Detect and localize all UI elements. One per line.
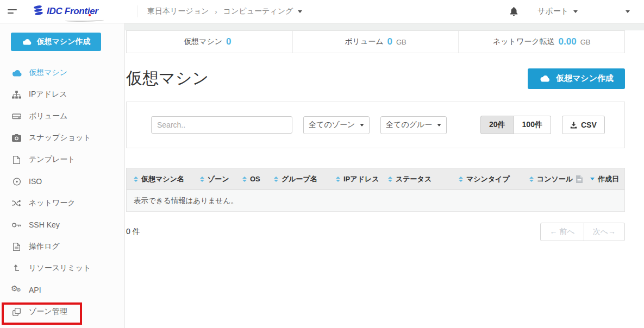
- csv-label: CSV: [581, 121, 597, 129]
- stat-virtual-machines: 仮想マシン 0: [127, 31, 292, 53]
- column-header-console[interactable]: コンソール: [529, 174, 590, 184]
- sort-icon: [242, 176, 247, 182]
- breadcrumb-section-dropdown[interactable]: コンピューティング: [223, 7, 303, 16]
- sort-icon: [200, 176, 204, 182]
- hamburger-menu-icon[interactable]: [0, 0, 24, 23]
- sort-icon: [459, 176, 463, 182]
- download-icon: [570, 122, 577, 129]
- column-label: IPアドレス: [343, 174, 379, 184]
- sidebar-item-label: ボリューム: [29, 111, 67, 121]
- next-page-button[interactable]: 次へ→: [584, 223, 625, 241]
- support-menu[interactable]: サポート: [537, 7, 578, 16]
- sidebar-item-api[interactable]: ⚙⚙ API: [0, 279, 124, 301]
- breadcrumb-section: コンピューティング: [223, 7, 293, 16]
- sidebar-item-label: スナップショット: [29, 133, 91, 143]
- prev-page-button[interactable]: ← 前へ: [540, 223, 584, 241]
- sort-icon: [336, 176, 340, 182]
- stat-label: 仮想マシン: [184, 37, 222, 47]
- sort-desc-icon: [590, 178, 595, 180]
- chevron-down-icon: [437, 124, 441, 126]
- column-header-vm-name[interactable]: 仮想マシン名: [127, 174, 200, 184]
- sidebar-item-label: ネットワーク: [29, 198, 76, 208]
- sidebar-item-ip-addresses[interactable]: IPアドレス: [0, 84, 124, 105]
- stat-unit: GB: [580, 38, 591, 46]
- chevron-down-icon: [573, 10, 578, 13]
- vm-table: 仮想マシン名 ゾーン OS グループ名 IPアドレス: [126, 168, 625, 212]
- idc-frontier-logo[interactable]: IDC Frontier: [33, 4, 118, 18]
- search-input[interactable]: [151, 116, 292, 134]
- disc-icon: [11, 178, 22, 186]
- sidebar-item-operation-log[interactable]: 操作ログ: [0, 236, 124, 257]
- column-header-status[interactable]: ステータス: [388, 174, 459, 184]
- sidebar-item-label: ゾーン管理: [29, 307, 67, 317]
- create-vm-button[interactable]: 仮想マシン作成: [528, 68, 625, 89]
- sidebar-item-zone-management[interactable]: ゾーン管理: [0, 301, 124, 323]
- logo-red-dot: [89, 14, 91, 16]
- sidebar-item-network[interactable]: ネットワーク: [0, 192, 124, 214]
- key-icon: [11, 222, 22, 228]
- column-header-group-name[interactable]: グループ名: [274, 174, 336, 184]
- sidebar-item-resource-limit[interactable]: リソースリミット: [0, 257, 124, 279]
- table-header-row: 仮想マシン名 ゾーン OS グループ名 IPアドレス: [127, 168, 624, 190]
- filter-panel: 全てのゾーン 全てのグルー 20件 100件 CSV: [126, 102, 625, 148]
- page-size-20-button[interactable]: 20件: [480, 116, 514, 134]
- sidebar-item-ssh-key[interactable]: SSH Key: [0, 214, 124, 236]
- sidebar-item-label: 仮想マシン: [29, 68, 67, 78]
- file-icon: [11, 156, 22, 164]
- sidebar-item-virtual-machines[interactable]: 仮想マシン: [0, 62, 124, 84]
- sidebar-item-iso[interactable]: ISO: [0, 171, 124, 192]
- stat-volumes: ボリューム 0 GB: [292, 31, 459, 53]
- column-header-created-date[interactable]: 作成日: [590, 174, 624, 184]
- sitemap-icon: [11, 91, 22, 99]
- sidebar-item-label: IPアドレス: [29, 90, 67, 99]
- column-label: コンソール: [537, 174, 573, 184]
- usage-stats-bar: 仮想マシン 0 ボリューム 0 GB ネットワーク転送 0.00 GB: [126, 30, 625, 53]
- zone-select-value: 全てのゾーン: [309, 120, 355, 130]
- stat-value: 0: [226, 36, 231, 47]
- column-label: 仮想マシン名: [141, 174, 184, 184]
- user-menu-dropdown[interactable]: [626, 10, 630, 13]
- camera-icon: [11, 134, 22, 142]
- sidebar-item-label: 操作ログ: [29, 242, 60, 251]
- page-title: 仮想マシン: [126, 67, 209, 90]
- sidebar-item-label: API: [29, 286, 41, 294]
- column-label: ゾーン: [208, 174, 229, 184]
- stat-unit: GB: [396, 38, 407, 46]
- cloud-icon: [11, 70, 22, 77]
- support-label: サポート: [537, 7, 568, 16]
- column-header-machine-type[interactable]: マシンタイプ: [459, 174, 529, 184]
- sidebar-item-label: リソースリミット: [29, 263, 91, 273]
- stat-label: ボリューム: [345, 37, 383, 47]
- column-header-os[interactable]: OS: [242, 175, 274, 183]
- column-header-ip-address[interactable]: IPアドレス: [336, 174, 388, 184]
- sidebar-item-volumes[interactable]: ボリューム: [0, 105, 124, 127]
- create-vm-sidebar-button[interactable]: 仮想マシン作成: [11, 33, 101, 51]
- chevron-down-icon: [360, 124, 364, 126]
- column-header-zone[interactable]: ゾーン: [200, 174, 242, 184]
- cloud-icon: [22, 39, 32, 45]
- hdd-icon: [11, 112, 22, 120]
- breadcrumb-region: 東日本リージョン: [147, 7, 209, 16]
- header-strip: [125, 23, 644, 30]
- group-select[interactable]: 全てのグルー: [380, 116, 447, 134]
- empty-message: 表示できる情報はありません。: [134, 196, 238, 206]
- logo-swoosh: [65, 19, 104, 22]
- page-size-100-button[interactable]: 100件: [514, 116, 551, 134]
- chevron-down-icon: [626, 10, 630, 13]
- csv-export-button[interactable]: CSV: [562, 116, 605, 134]
- sidebar-item-label: ISO: [29, 177, 42, 186]
- level-up-icon: [11, 264, 22, 272]
- breadcrumb: 東日本リージョン › コンピューティング: [147, 7, 302, 16]
- table-empty-row: 表示できる情報はありません。: [127, 190, 624, 212]
- notification-bell-icon[interactable]: [510, 7, 518, 16]
- sidebar-item-snapshots[interactable]: スナップショット: [0, 127, 124, 149]
- chevron-down-icon: [298, 10, 302, 13]
- console-file-icon: [576, 175, 583, 183]
- zone-select[interactable]: 全てのゾーン: [303, 116, 370, 134]
- stat-network-transfer: ネットワーク転送 0.00 GB: [458, 31, 624, 53]
- page-size-toggle: 20件 100件: [480, 116, 551, 134]
- create-vm-label: 仮想マシン作成: [556, 73, 614, 84]
- sidebar-item-templates[interactable]: テンプレート: [0, 149, 124, 171]
- column-label: OS: [250, 175, 260, 183]
- cloud-icon: [539, 75, 550, 82]
